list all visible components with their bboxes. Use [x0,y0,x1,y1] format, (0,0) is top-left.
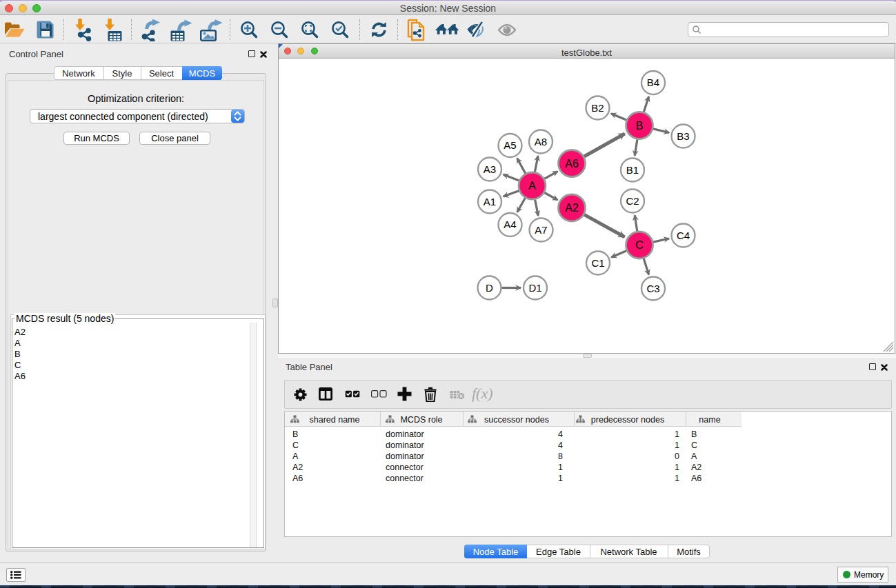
svg-text:A6: A6 [565,158,579,170]
svg-text:A4: A4 [504,219,516,230]
svg-text:C: C [635,239,644,251]
svg-text:A1: A1 [484,196,496,207]
svg-text:A2: A2 [565,202,579,214]
svg-text:C1: C1 [591,257,604,269]
svg-text:B2: B2 [591,102,604,114]
svg-text:B1: B1 [626,164,639,176]
svg-text:A3: A3 [484,163,496,175]
svg-text:A8: A8 [535,136,547,148]
svg-text:A7: A7 [535,224,547,236]
svg-text:C2: C2 [626,195,639,207]
svg-text:C3: C3 [646,283,659,294]
svg-text:A: A [528,180,536,192]
svg-text:D1: D1 [528,282,541,294]
svg-text:A5: A5 [504,139,516,151]
svg-text:B3: B3 [677,130,689,142]
svg-text:B4: B4 [647,77,659,88]
svg-text:C4: C4 [677,230,690,241]
svg-text:D: D [486,282,493,294]
svg-text:B: B [636,120,644,132]
